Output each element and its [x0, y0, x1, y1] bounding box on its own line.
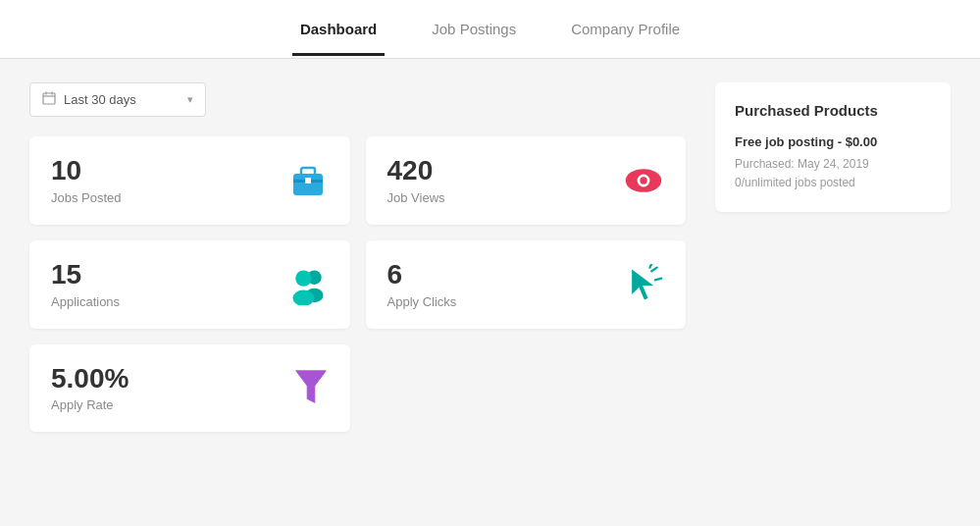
date-filter-label: Last 30 days: [64, 92, 180, 107]
apply-rate-label: Apply Rate: [51, 397, 129, 412]
purchased-products-title: Purchased Products: [735, 102, 931, 119]
calendar-icon: [42, 91, 56, 108]
purchased-products-card: Purchased Products Free job posting - $0…: [715, 82, 951, 212]
briefcase-icon: [287, 160, 329, 201]
apply-clicks-number: 6: [387, 260, 457, 290]
stat-info-job-views: 420 Job Views: [387, 156, 445, 205]
apply-rate-number: 5.00%: [51, 364, 129, 394]
svg-rect-5: [301, 168, 315, 176]
jobs-posted-label: Jobs Posted: [51, 190, 122, 205]
click-icon: [623, 264, 664, 305]
svg-point-10: [640, 177, 646, 184]
stat-card-job-views: 420 Job Views: [366, 136, 687, 225]
funnel-icon: [293, 367, 329, 408]
main-content: Last 30 days ▾ 10 Jobs Posted: [0, 59, 980, 526]
product-jobs-posted: 0/unlimited jobs posted: [735, 174, 931, 192]
chevron-down-icon: ▾: [187, 93, 193, 106]
people-icon: [287, 264, 329, 305]
apply-clicks-label: Apply Clicks: [387, 294, 457, 309]
nav-item-job-postings[interactable]: Job Postings: [424, 3, 524, 55]
left-panel: Last 30 days ▾ 10 Jobs Posted: [29, 82, 686, 502]
svg-marker-15: [632, 269, 653, 299]
date-filter-dropdown[interactable]: Last 30 days ▾: [29, 82, 206, 117]
stats-grid: 10 Jobs Posted 420 Job Views: [29, 136, 686, 432]
product-name: Free job posting - $0.00: [735, 134, 931, 149]
navigation: Dashboard Job Postings Company Profile: [0, 0, 980, 59]
eye-icon: [623, 162, 664, 199]
stat-info-apply-rate: 5.00% Apply Rate: [51, 364, 129, 413]
stat-card-applications: 15 Applications: [29, 240, 350, 329]
product-purchase-date: Purchased: May 24, 2019: [735, 155, 931, 174]
nav-item-dashboard[interactable]: Dashboard: [292, 3, 385, 55]
applications-label: Applications: [51, 294, 120, 309]
right-panel: Purchased Products Free job posting - $0…: [715, 82, 951, 502]
stat-card-jobs-posted: 10 Jobs Posted: [29, 136, 350, 225]
job-views-label: Job Views: [387, 190, 445, 205]
svg-rect-4: [293, 174, 323, 195]
job-views-number: 420: [387, 156, 445, 186]
svg-line-18: [649, 264, 651, 268]
stat-info-apply-clicks: 6 Apply Clicks: [387, 260, 457, 309]
svg-rect-0: [43, 93, 55, 104]
nav-item-company-profile[interactable]: Company Profile: [563, 3, 688, 55]
svg-rect-7: [305, 178, 311, 184]
applications-number: 15: [51, 260, 120, 290]
stat-card-apply-clicks: 6 Apply Clicks: [366, 240, 687, 329]
jobs-posted-number: 10: [51, 156, 122, 186]
svg-point-13: [295, 270, 311, 286]
stat-info-applications: 15 Applications: [51, 260, 120, 309]
stat-card-apply-rate: 5.00% Apply Rate: [29, 344, 350, 433]
svg-line-16: [651, 267, 656, 271]
stat-info-jobs-posted: 10 Jobs Posted: [51, 156, 122, 205]
svg-line-17: [655, 278, 661, 280]
